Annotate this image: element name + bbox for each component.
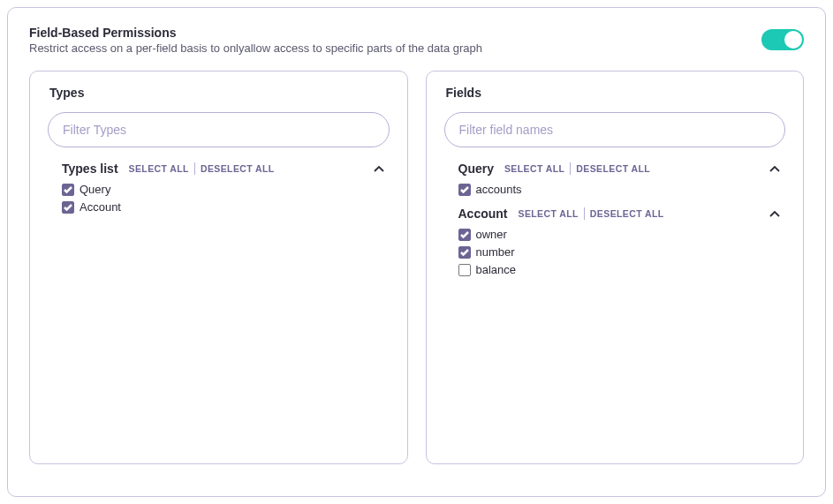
fields-query-deselect-all-button[interactable]: DESELECT ALL [576, 163, 650, 174]
field-checkbox-balance[interactable] [458, 264, 471, 276]
header-text: Field-Based Permissions Restrict access … [29, 26, 482, 55]
header-row: Field-Based Permissions Restrict access … [29, 26, 804, 55]
type-item-query: Query [62, 183, 384, 196]
field-label: accounts [476, 183, 522, 196]
fields-panel-title: Fields [444, 86, 786, 100]
fields-account-name: Account [458, 207, 508, 221]
panels-row: Types Types list SELECT ALL DESELECT ALL [29, 71, 804, 464]
types-deselect-all-button[interactable]: DESELECT ALL [201, 163, 275, 174]
fields-query-select-buttons: SELECT ALL DESELECT ALL [504, 162, 650, 175]
panel-subtitle: Restrict access on a per-field basis to … [29, 41, 482, 55]
types-section-header: Types list SELECT ALL DESELECT ALL [62, 162, 384, 176]
types-section-name: Types list [62, 162, 118, 176]
field-checkbox-number[interactable] [458, 246, 471, 259]
types-select-all-button[interactable]: SELECT ALL [129, 163, 189, 174]
types-panel-title: Types [48, 86, 390, 100]
type-label: Query [80, 183, 110, 196]
permissions-toggle[interactable] [761, 29, 804, 50]
fields-account-deselect-all-button[interactable]: DESELECT ALL [590, 208, 664, 219]
field-item-balance: balance [458, 263, 781, 276]
fields-query-header: Query SELECT ALL DESELECT ALL [458, 162, 781, 176]
chevron-up-icon [374, 161, 384, 177]
permissions-panel: Field-Based Permissions Restrict access … [7, 7, 826, 497]
types-section: Types list SELECT ALL DESELECT ALL Query [48, 162, 390, 214]
divider [194, 162, 195, 175]
divider [584, 207, 585, 220]
chevron-up-icon [769, 161, 780, 177]
field-label: balance [476, 263, 517, 276]
type-label: Account [80, 200, 121, 214]
toggle-knob [784, 31, 802, 49]
type-checkbox-account[interactable] [62, 201, 74, 214]
fields-query-select-all-button[interactable]: SELECT ALL [504, 163, 564, 174]
chevron-up-icon [769, 206, 780, 222]
field-item-owner: owner [458, 228, 781, 241]
fields-account-select-all-button[interactable]: SELECT ALL [519, 208, 579, 219]
field-label: owner [476, 228, 507, 241]
types-select-buttons: SELECT ALL DESELECT ALL [129, 162, 275, 175]
types-collapse-toggle[interactable] [374, 163, 384, 174]
fields-query-name: Query [458, 162, 494, 176]
fields-account-list: owner number balance [458, 228, 781, 276]
type-checkbox-query[interactable] [62, 184, 74, 196]
fields-account-header: Account SELECT ALL DESELECT ALL [458, 207, 781, 221]
field-checkbox-accounts[interactable] [458, 184, 471, 196]
types-list: Query Account [62, 183, 384, 214]
field-item-accounts: accounts [458, 183, 781, 196]
fields-account-collapse-toggle[interactable] [769, 208, 780, 219]
fields-account-select-buttons: SELECT ALL DESELECT ALL [519, 207, 664, 220]
fields-query-list: accounts [458, 183, 781, 196]
type-item-account: Account [62, 200, 384, 214]
field-checkbox-owner[interactable] [458, 229, 471, 241]
fields-query-collapse-toggle[interactable] [769, 163, 780, 174]
types-panel: Types Types list SELECT ALL DESELECT ALL [29, 71, 408, 464]
field-label: number [476, 245, 515, 259]
panel-title: Field-Based Permissions [29, 26, 482, 40]
field-item-number: number [458, 245, 781, 259]
fields-panel: Fields Query SELECT ALL DESELECT ALL [426, 71, 805, 464]
fields-filter-input[interactable] [444, 112, 786, 147]
fields-section-account: Account SELECT ALL DESELECT ALL owner [444, 207, 786, 276]
fields-section-query: Query SELECT ALL DESELECT ALL accounts [444, 162, 786, 196]
types-filter-input[interactable] [48, 112, 390, 147]
divider [570, 162, 571, 175]
